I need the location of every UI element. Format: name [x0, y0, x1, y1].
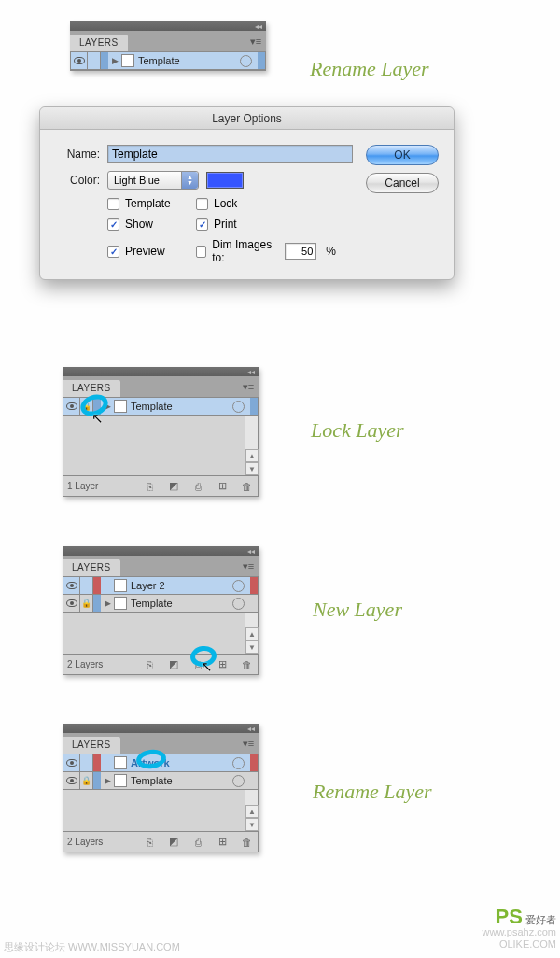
panel-menu-icon[interactable]: ▾≡ — [249, 35, 262, 48]
lock-icon: 🔒 — [81, 402, 91, 411]
layers-tab[interactable]: LAYERS — [70, 35, 128, 51]
disclosure-icon[interactable]: ▶ — [101, 776, 114, 785]
lock-column[interactable] — [80, 754, 93, 771]
layer-name[interactable]: Template — [131, 775, 232, 786]
visibility-toggle[interactable] — [63, 754, 80, 771]
layer-row[interactable]: ▶ Template — [71, 52, 265, 70]
disclosure-icon[interactable]: ▶ — [101, 599, 114, 608]
panel-menu-icon[interactable]: ▾≡ — [242, 737, 255, 750]
dim-checkbox[interactable] — [196, 246, 206, 258]
locate-icon[interactable]: ⎘ — [142, 658, 157, 671]
visibility-toggle[interactable] — [63, 595, 80, 612]
layer-count: 2 Layers — [67, 837, 133, 847]
layers-panel-1: ◂◂ LAYERS ▾≡ ▶ Template — [70, 21, 266, 71]
layer-row[interactable]: Layer 2 — [63, 577, 258, 595]
watermark-left: 思缘设计论坛 WWW.MISSYUAN.COM — [4, 940, 180, 954]
make-clip-icon[interactable]: ◩ — [166, 658, 181, 671]
new-sublayer-icon[interactable]: ⎙ — [190, 480, 205, 493]
name-input[interactable] — [107, 145, 353, 163]
dim-input[interactable] — [285, 243, 316, 260]
watermark-url: www.psahz.com — [483, 926, 556, 937]
selection-color — [250, 577, 258, 594]
new-sublayer-icon[interactable]: ⎙ — [190, 836, 205, 849]
eye-icon — [66, 582, 77, 589]
panel-footer: 2 Layers ⎘ ◩ ⎙ ⊞ 🗑 — [63, 655, 259, 675]
show-checkbox-label: Show — [125, 218, 153, 231]
target-icon[interactable] — [232, 580, 245, 592]
layer-thumbnail — [121, 54, 134, 67]
scroll-up-icon[interactable]: ▲ — [245, 449, 259, 462]
layers-tab[interactable]: LAYERS — [63, 737, 120, 754]
trash-icon[interactable]: 🗑 — [239, 658, 254, 671]
trash-icon[interactable]: 🗑 — [239, 480, 254, 493]
layer-name[interactable]: Layer 2 — [131, 580, 232, 591]
color-select-value: Light Blue — [114, 175, 160, 186]
color-swatch[interactable] — [206, 172, 244, 189]
cancel-button[interactable]: Cancel — [366, 173, 439, 193]
scrollbar[interactable]: ▲ ▼ — [245, 613, 258, 654]
lock-column[interactable] — [80, 577, 93, 594]
panel-menu-icon[interactable]: ▾≡ — [242, 380, 255, 393]
scroll-up-icon[interactable]: ▲ — [245, 805, 259, 818]
scroll-up-icon[interactable]: ▲ — [245, 627, 259, 641]
target-icon[interactable] — [232, 401, 245, 413]
lock-checkbox[interactable] — [196, 198, 208, 210]
dim-checkbox-label: Dim Images to: — [212, 238, 275, 264]
name-label: Name: — [55, 148, 100, 161]
layer-row[interactable]: 🔒 ▶ Template — [63, 772, 258, 790]
lock-column[interactable]: 🔒 — [80, 595, 93, 612]
color-select[interactable]: Light Blue ▲▼ — [107, 171, 199, 190]
target-icon[interactable] — [240, 55, 252, 67]
new-layer-icon[interactable]: ⊞ — [215, 836, 230, 849]
panel-titlebar: LAYERS ▾≡ — [63, 556, 259, 576]
collapse-icon[interactable]: ◂◂ — [247, 725, 255, 733]
collapse-icon[interactable]: ◂◂ — [255, 22, 262, 31]
disclosure-icon[interactable]: ▶ — [108, 56, 121, 65]
target-icon[interactable] — [232, 757, 245, 769]
selection-color — [250, 595, 258, 612]
layer-name-editing[interactable]: Artwork — [131, 757, 232, 768]
scrollbar[interactable]: ▲ ▼ — [245, 790, 258, 831]
template-checkbox[interactable] — [107, 198, 119, 210]
visibility-toggle[interactable] — [63, 772, 80, 789]
new-layer-icon[interactable]: ⊞ — [215, 480, 230, 493]
show-checkbox[interactable]: ✓ — [107, 218, 119, 231]
layer-name[interactable]: Template — [131, 401, 232, 412]
layer-name[interactable]: Template — [131, 598, 232, 609]
locate-icon[interactable]: ⎘ — [142, 836, 157, 849]
target-icon[interactable] — [232, 598, 245, 610]
scroll-down-icon[interactable]: ▼ — [245, 641, 259, 654]
layers-tab[interactable]: LAYERS — [63, 380, 120, 397]
panel-menu-icon[interactable]: ▾≡ — [242, 559, 255, 572]
visibility-toggle[interactable] — [63, 398, 80, 415]
trash-icon[interactable]: 🗑 — [239, 836, 254, 849]
scrollbar[interactable]: ▲ ▼ — [245, 416, 258, 475]
layer-color-bar — [93, 772, 101, 789]
preview-checkbox[interactable]: ✓ — [107, 246, 119, 258]
make-clip-icon[interactable]: ◩ — [166, 836, 181, 849]
locate-icon[interactable]: ⎘ — [142, 480, 157, 493]
select-arrows-icon: ▲▼ — [181, 172, 198, 189]
make-clip-icon[interactable]: ◩ — [166, 480, 181, 493]
collapse-icon[interactable]: ◂◂ — [247, 547, 255, 556]
layer-row[interactable]: Artwork — [63, 754, 258, 772]
print-checkbox[interactable]: ✓ — [196, 218, 208, 231]
ok-button[interactable]: OK — [366, 145, 439, 165]
layer-name[interactable]: Template — [138, 55, 240, 66]
layers-tab[interactable]: LAYERS — [63, 559, 120, 576]
target-icon[interactable] — [232, 775, 245, 787]
visibility-toggle[interactable] — [71, 52, 88, 69]
scroll-down-icon[interactable]: ▼ — [245, 818, 259, 831]
layer-row[interactable]: 🔒 ▶ Template — [63, 595, 258, 613]
lock-column[interactable]: 🔒 — [80, 772, 93, 789]
new-layer-icon[interactable]: ⊞ — [215, 658, 230, 671]
eye-icon — [66, 777, 77, 784]
lock-column[interactable] — [88, 52, 101, 69]
visibility-toggle[interactable] — [63, 577, 80, 594]
ps-logo: PS — [496, 905, 523, 928]
panel-footer: 2 Layers ⎘ ◩ ⎙ ⊞ 🗑 — [63, 832, 259, 852]
scroll-down-icon[interactable]: ▼ — [245, 462, 259, 475]
layer-count: 1 Layer — [67, 481, 133, 491]
collapse-icon[interactable]: ◂◂ — [247, 368, 255, 376]
panel-tabbar: ◂◂ — [63, 367, 259, 376]
